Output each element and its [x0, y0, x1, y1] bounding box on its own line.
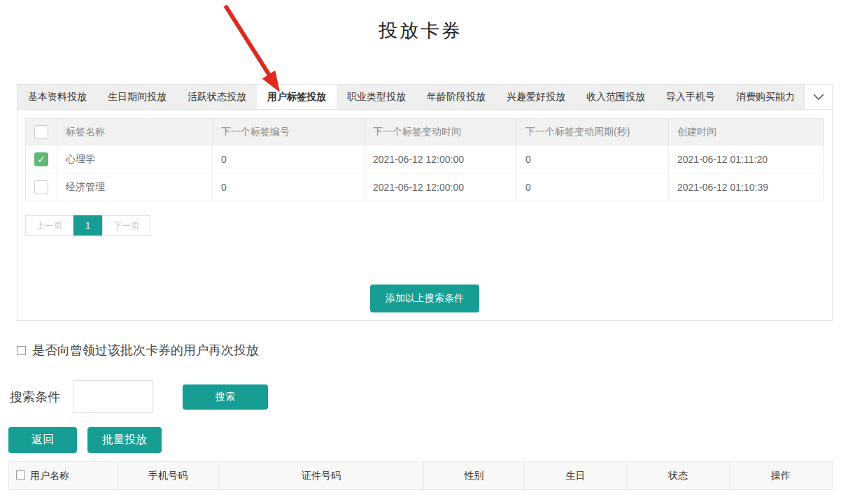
tag-table-row: 经济管理02021-06-12 12:00:0002021-06-12 01:1… [26, 173, 824, 201]
tab-职业类型投放[interactable]: 职业类型投放 [337, 85, 416, 109]
tag-table-cell: 2021-06-12 12:00:00 [365, 145, 517, 173]
chevron-down-icon [813, 94, 824, 100]
user-table-column-header: 用户名称 [9, 462, 118, 490]
user-table-column-header: 状态 [627, 462, 730, 490]
search-button[interactable]: 搜索 [183, 384, 268, 410]
tab-content-panel: 标签名称下一个标签编号下一个标签变动时间下一个标签变动周期(秒)创建时间 心理学… [17, 110, 833, 321]
tabs-container: 基本资料投放生日期间投放活跃状态投放用户标签投放职业类型投放年龄阶段投放兴趣爱好… [17, 85, 804, 109]
tag-table-cell: 0 [517, 145, 669, 173]
tag-table: 标签名称下一个标签编号下一个标签变动时间下一个标签变动周期(秒)创建时间 心理学… [25, 118, 824, 201]
tag-table-column-header: 下一个标签变动周期(秒) [517, 119, 669, 145]
batch-deliver-button[interactable]: 批量投放 [87, 427, 162, 453]
add-search-condition-button[interactable]: 添加以上搜索条件 [370, 285, 479, 312]
page-title: 投放卡券 [0, 0, 841, 42]
tag-table-cell: 经济管理 [57, 173, 213, 201]
row-checkbox[interactable] [34, 180, 48, 194]
back-button[interactable]: 返回 [8, 427, 77, 453]
user-table-column-header: 手机号码 [118, 462, 219, 490]
search-condition-label: 搜索条件 [10, 389, 60, 405]
tab-消费购买能力[interactable]: 消费购买能力 [726, 85, 804, 109]
user-table-header-row: 用户名称手机号码证件号码性别生日状态操作 [9, 462, 833, 490]
user-table: 用户名称手机号码证件号码性别生日状态操作 [8, 461, 833, 490]
tag-table-cell: 2021-06-12 01:11:20 [669, 145, 824, 173]
tab-活跃状态投放[interactable]: 活跃状态投放 [177, 85, 257, 109]
tab-bar: 基本资料投放生日期间投放活跃状态投放用户标签投放职业类型投放年龄阶段投放兴趣爱好… [17, 84, 833, 110]
tab-收入范围投放[interactable]: 收入范围投放 [576, 85, 656, 109]
user-table-column-header: 性别 [424, 462, 525, 490]
repeat-deliver-checkbox[interactable] [17, 346, 26, 355]
tag-table-cell: 心理学 [57, 145, 213, 173]
user-table-column-header: 证件号码 [219, 462, 424, 490]
tag-table-column-header: 标签名称 [57, 119, 213, 145]
tag-table-row: 心理学02021-06-12 12:00:0002021-06-12 01:11… [26, 145, 824, 173]
tag-table-header-row: 标签名称下一个标签编号下一个标签变动时间下一个标签变动周期(秒)创建时间 [26, 119, 824, 145]
tag-table-cell: 0 [517, 173, 669, 201]
user-table-column-header: 操作 [730, 462, 833, 490]
pagination: 上一页 1 下一页 [25, 215, 824, 236]
tab-生日期间投放[interactable]: 生日期间投放 [97, 85, 177, 109]
select-all-checkbox[interactable] [34, 125, 48, 139]
row-checkbox[interactable] [34, 152, 48, 166]
tag-table-cell: 0 [213, 173, 365, 201]
tag-table-column-header: 下一个标签变动时间 [365, 119, 517, 145]
tab-基本资料投放[interactable]: 基本资料投放 [17, 85, 97, 109]
tab-用户标签投放[interactable]: 用户标签投放 [257, 85, 337, 109]
user-table-column-header: 生日 [525, 462, 627, 490]
tag-table-column-header: 下一个标签编号 [213, 119, 365, 145]
tab-导入手机号[interactable]: 导入手机号 [656, 85, 726, 109]
tab-overflow-button[interactable] [804, 85, 832, 109]
user-select-all-checkbox[interactable] [16, 470, 25, 480]
tag-table-cell: 0 [213, 145, 365, 173]
repeat-deliver-label: 是否向曾领过该批次卡券的用户再次投放 [32, 342, 259, 359]
search-input[interactable] [73, 380, 153, 413]
next-page-button[interactable]: 下一页 [102, 215, 150, 236]
tab-年龄阶段投放[interactable]: 年龄阶段投放 [416, 85, 496, 109]
tag-table-column-header: 创建时间 [669, 119, 824, 145]
tag-table-cell: 2021-06-12 12:00:00 [365, 173, 517, 201]
current-page-button[interactable]: 1 [73, 215, 102, 236]
prev-page-button[interactable]: 上一页 [25, 215, 73, 236]
tab-兴趣爱好投放[interactable]: 兴趣爱好投放 [496, 85, 576, 109]
tag-table-cell: 2021-06-12 01:10:39 [669, 173, 824, 201]
